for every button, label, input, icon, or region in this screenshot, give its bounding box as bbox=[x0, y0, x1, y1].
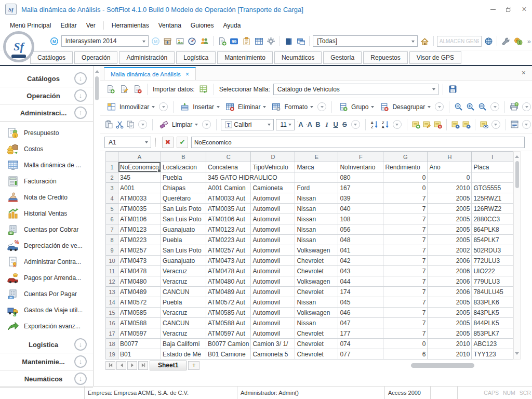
column-header-H[interactable]: H bbox=[428, 152, 472, 162]
insert-button[interactable]: Insertar bbox=[178, 101, 221, 113]
sheet-next-button[interactable] bbox=[127, 361, 137, 370]
grid-cell[interactable]: Nissan bbox=[295, 224, 338, 235]
grid-cell[interactable]: Automovil bbox=[251, 297, 295, 308]
comment-delete-icon[interactable] bbox=[433, 119, 442, 130]
grid-cell[interactable]: 7 bbox=[383, 235, 428, 245]
settings-gear-icon[interactable] bbox=[266, 35, 277, 47]
mesh-combobox[interactable]: Catálogo de Vehículos bbox=[273, 84, 438, 95]
grid-cell[interactable]: Automovil bbox=[251, 245, 295, 256]
profile-combobox[interactable]: Interasystem 2014 bbox=[61, 35, 149, 47]
grid-cell[interactable]: 2006 bbox=[428, 276, 472, 287]
table-icon[interactable] bbox=[254, 35, 264, 47]
grid-cell[interactable]: 2005 bbox=[428, 318, 472, 328]
grid-cell[interactable]: Volkswagen bbox=[295, 276, 338, 287]
sidebar-section-administraci[interactable]: Administraci...↑ bbox=[0, 104, 93, 122]
grid-cell[interactable]: San Luis Poto bbox=[161, 245, 206, 256]
menu-item-ver[interactable]: Ver bbox=[82, 22, 100, 29]
grid-cell[interactable]: Chevrolet bbox=[295, 349, 338, 360]
grid-cell[interactable]: ATM0035 Aut bbox=[206, 204, 251, 214]
column-header-B[interactable]: B bbox=[161, 152, 206, 162]
grid-cell[interactable]: Automovil bbox=[251, 193, 295, 204]
grid-cell[interactable]: 7 bbox=[383, 245, 428, 256]
grid-cell[interactable]: Camioneta 5 bbox=[251, 349, 295, 360]
menu-item-ventana[interactable]: Ventana bbox=[154, 22, 186, 29]
column-header-I[interactable]: I bbox=[472, 152, 513, 162]
grid-cell[interactable]: 174 bbox=[338, 287, 383, 297]
grid-cell[interactable]: 6 bbox=[383, 349, 428, 360]
fill-handle[interactable] bbox=[157, 169, 161, 172]
grid-cell[interactable]: ATM0106 Aut bbox=[206, 214, 251, 224]
new-document-icon[interactable] bbox=[217, 35, 228, 47]
grid-cell[interactable]: 7 bbox=[383, 204, 428, 214]
grid-cell[interactable]: 345 GATO HIDRAULICO bbox=[206, 172, 295, 183]
cell-name-box[interactable]: A1 bbox=[104, 137, 151, 148]
scroll-thumb[interactable] bbox=[95, 76, 99, 100]
grid-cell[interactable]: Guanajuato bbox=[161, 224, 206, 235]
row-header-6[interactable]: 6 bbox=[106, 214, 118, 224]
grid-cell[interactable]: Puebla bbox=[161, 235, 206, 245]
grid-cell[interactable]: ATM0033 Aut bbox=[206, 193, 251, 204]
book-icon[interactable] bbox=[283, 35, 294, 47]
formula-input[interactable] bbox=[191, 137, 525, 148]
grid-cell[interactable]: ATM0035 bbox=[118, 204, 161, 214]
row-header-13[interactable]: 13 bbox=[106, 287, 118, 297]
font-size-combobox[interactable]: 11 bbox=[276, 119, 295, 130]
sidebar-scrollbar[interactable] bbox=[94, 66, 100, 386]
scroll-up-icon[interactable] bbox=[95, 68, 99, 73]
tab-close-icon[interactable]: × bbox=[185, 71, 189, 78]
sidebar-section-catalogos[interactable]: Catálogos↓ bbox=[0, 70, 93, 87]
grid-cell[interactable]: Rendimiento bbox=[383, 162, 428, 172]
add-sheet-button[interactable]: + bbox=[188, 361, 200, 370]
grid-cell[interactable]: ATM0257 Aut bbox=[206, 245, 251, 256]
grid-cell[interactable]: ATM0489 bbox=[118, 287, 161, 297]
row-header-3[interactable]: 3 bbox=[106, 183, 118, 193]
row-header-1[interactable]: 1 bbox=[106, 162, 118, 172]
grid-cell[interactable]: ATM0473 bbox=[118, 256, 161, 266]
sidebar-item-historial-ventas[interactable]: Historial Ventas bbox=[0, 205, 93, 221]
grid-cell[interactable]: 2002 bbox=[428, 245, 472, 256]
comment-edit-icon[interactable] bbox=[422, 119, 431, 130]
group-options-button[interactable] bbox=[393, 120, 402, 129]
row-header-11[interactable]: 11 bbox=[106, 266, 118, 276]
zoom-in-icon[interactable] bbox=[466, 101, 475, 113]
row-header-2[interactable]: 2 bbox=[106, 172, 118, 183]
clipboard-icon[interactable] bbox=[241, 35, 252, 47]
grid-cell[interactable]: Placa bbox=[472, 162, 513, 172]
grid-cell[interactable]: Automovil bbox=[251, 276, 295, 287]
globe-icon[interactable] bbox=[483, 35, 494, 47]
zoom-100-icon[interactable]: 100 bbox=[477, 101, 487, 113]
interasystem-icon[interactable]: M bbox=[49, 35, 60, 47]
restore-button[interactable] bbox=[501, 0, 516, 19]
comments-show-icon[interactable] bbox=[480, 119, 488, 130]
save-button[interactable] bbox=[447, 84, 459, 95]
clear-button[interactable]: Limpiar bbox=[157, 119, 199, 130]
grid-cell[interactable]: 853PLK7 bbox=[472, 328, 513, 339]
group-options-button[interactable] bbox=[522, 102, 531, 111]
sidebar-item-facturacion[interactable]: Facturación bbox=[0, 173, 93, 189]
group-options-button[interactable] bbox=[159, 102, 168, 111]
grid-cell[interactable]: TYY123 bbox=[472, 349, 513, 360]
grid-cell[interactable]: 854PLK7 bbox=[472, 235, 513, 245]
select-all-corner[interactable] bbox=[106, 152, 118, 162]
grid-cell[interactable]: 2006 bbox=[428, 287, 472, 297]
column-header-G[interactable]: G bbox=[383, 152, 428, 162]
module-tab-logistica[interactable]: Logística bbox=[176, 51, 216, 64]
accept-entry-button[interactable]: ✔ bbox=[177, 137, 188, 148]
grid-cell[interactable]: 2010 bbox=[428, 183, 472, 193]
sidebar-section-mantenimie[interactable]: Mantenimie...↓ bbox=[0, 353, 93, 370]
grid-cell[interactable]: Automovil bbox=[251, 318, 295, 328]
record-add-icon[interactable] bbox=[104, 84, 116, 95]
grid-cell[interactable]: Puebla bbox=[161, 297, 206, 308]
wrench-icon[interactable] bbox=[500, 35, 511, 47]
toolbar-overflow-button[interactable]: » bbox=[525, 37, 532, 45]
grid-cell[interactable]: San Luis Poto bbox=[161, 204, 206, 214]
bold-button[interactable]: B bbox=[314, 121, 321, 128]
number-99-icon[interactable]: 99 bbox=[229, 35, 240, 47]
grid-cell[interactable]: ATM0480 Aut bbox=[206, 276, 251, 287]
record-edit-icon[interactable] bbox=[118, 84, 129, 95]
menu-item-herramientas[interactable]: Herramientas bbox=[107, 22, 154, 29]
grid-cell[interactable]: 833PLK6 bbox=[472, 297, 513, 308]
row-header-19[interactable]: 19 bbox=[106, 349, 118, 360]
grid-cell[interactable]: Chevrolet bbox=[295, 266, 338, 276]
grid-cell[interactable]: San Luis Poto bbox=[161, 214, 206, 224]
